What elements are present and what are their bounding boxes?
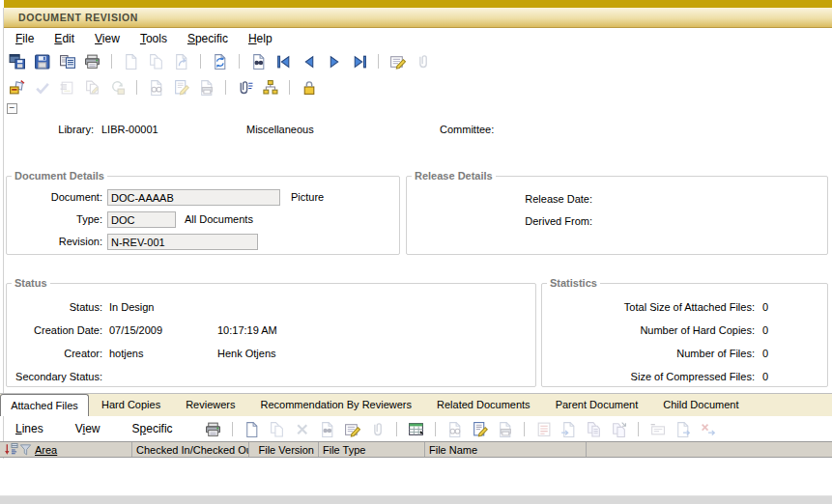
sort-icon[interactable]: [4, 442, 18, 457]
edit-note-icon[interactable]: [389, 53, 406, 70]
first-record-icon[interactable]: [275, 53, 292, 70]
toolbar-separator: [378, 54, 379, 69]
type-description: All Documents: [185, 213, 253, 225]
document-details-legend: Document Details: [12, 170, 107, 182]
menu-edit[interactable]: Edit: [54, 32, 74, 45]
filter-icon[interactable]: [18, 442, 33, 457]
view-document-icon: [148, 79, 164, 96]
main-menu-bar: FileEditViewToolsSpecificHelp: [4, 28, 832, 48]
type-field[interactable]: [107, 211, 176, 228]
tab-related-documents[interactable]: Related Documents: [424, 394, 543, 416]
column-header-checked-in-checked-out[interactable]: Checked In/Checked Out: [132, 442, 249, 457]
menu-file[interactable]: File: [15, 32, 34, 45]
tab-reviewers[interactable]: Reviewers: [173, 394, 247, 416]
creation-date-label: Creation Date:: [7, 324, 102, 336]
secondary-status-label: Secondary Status:: [7, 371, 102, 382]
main-toolbar: [4, 48, 832, 74]
attachment-icon: [369, 421, 386, 437]
express-icon: [59, 79, 75, 96]
find-icon: [319, 421, 335, 437]
print-icon[interactable]: [205, 421, 221, 437]
files-count-label: Number of Files:: [552, 348, 755, 359]
area-sort-link[interactable]: Area: [35, 443, 57, 457]
print-document-icon: [497, 421, 513, 437]
menu-help[interactable]: Help: [248, 32, 273, 45]
release-details-group: Release Details Release Date: Derived Fr…: [406, 176, 828, 255]
document-label: Document:: [14, 191, 102, 203]
window-accent-strip: [4, 0, 832, 8]
status-group: Status Status: In Design Creation Date: …: [6, 283, 536, 387]
toolbar-separator: [638, 422, 639, 436]
lock-icon[interactable]: [301, 79, 317, 96]
toolbar-separator: [524, 422, 525, 436]
export-line-icon: [674, 421, 691, 437]
library-value: LIBR-00001: [101, 124, 158, 135]
attachment-lines-icon[interactable]: [237, 79, 253, 96]
undo-checkout-icon: [109, 79, 126, 96]
tab-parent-document[interactable]: Parent Document: [543, 394, 651, 416]
tab-attached-files[interactable]: Attached Files: [0, 394, 89, 416]
committee-label: Committee:: [440, 124, 494, 135]
menu-specific[interactable]: Specific: [187, 32, 228, 45]
tab-strip: Attached FilesHard CopiesReviewersRecomm…: [0, 393, 832, 416]
compressed-files-size-value: 0: [762, 371, 768, 382]
document-details-group: Document Details Document: Picture Type:…: [6, 176, 400, 255]
refresh-icon[interactable]: [212, 53, 228, 70]
release-details-legend: Release Details: [412, 170, 496, 182]
menu-view[interactable]: View: [95, 32, 120, 45]
hard-copies-count-value: 0: [762, 324, 768, 336]
revision-field[interactable]: [107, 234, 258, 250]
toolbar-separator: [200, 54, 201, 69]
tab-menu-bar: LinesViewSpecific: [4, 416, 832, 441]
creator-value: hotjens: [109, 348, 143, 359]
new-document-icon: [123, 53, 139, 70]
table-row[interactable]: [0, 459, 832, 478]
check-in-out-icon[interactable]: [9, 79, 25, 96]
tab-child-document[interactable]: Child Document: [650, 394, 751, 416]
toolbar-separator: [239, 54, 240, 69]
toolbar-separator: [136, 80, 137, 95]
new-document-icon[interactable]: [244, 421, 260, 437]
menu-view[interactable]: View: [75, 422, 100, 435]
type-label: Type:: [14, 213, 102, 225]
toolbar-separator: [435, 422, 436, 436]
approve-icon: [34, 79, 50, 96]
creation-date-value: 07/15/2009: [109, 324, 162, 336]
document-field[interactable]: [107, 189, 280, 206]
menu-tools[interactable]: Tools: [140, 32, 167, 45]
files-count-value: 0: [762, 348, 768, 359]
column-header-file-version[interactable]: File Version: [249, 442, 319, 457]
column-header-file-type[interactable]: File Type: [319, 442, 425, 457]
last-record-icon[interactable]: [351, 53, 367, 70]
document-revision-window: DOCUMENT REVISION FileEditViewToolsSpeci…: [0, 0, 832, 504]
menu-specific[interactable]: Specific: [132, 422, 173, 435]
toolbar-separator: [289, 80, 290, 95]
save-exit-icon[interactable]: [9, 53, 25, 70]
copy-line-icon: [586, 421, 602, 437]
next-record-icon[interactable]: [326, 53, 342, 70]
edit-note-icon[interactable]: [344, 421, 360, 437]
attached-files-table-header: AreaChecked In/Checked OutFile VersionFi…: [0, 441, 832, 458]
creator-label: Creator:: [7, 348, 102, 359]
hierarchy-tree-icon[interactable]: [262, 79, 278, 96]
print-icon[interactable]: [84, 53, 100, 70]
status-legend: Status: [12, 277, 50, 289]
column-header-file-name[interactable]: File Name: [425, 442, 587, 457]
menu-lines[interactable]: Lines: [15, 422, 43, 435]
collapse-button[interactable]: −: [7, 103, 17, 114]
save-new-icon[interactable]: [59, 53, 75, 70]
find-icon[interactable]: [250, 53, 267, 70]
document-toolbar: [4, 74, 832, 99]
column-header-area[interactable]: Area: [0, 442, 132, 457]
edit-document-icon[interactable]: [472, 421, 488, 437]
grid-view-icon[interactable]: [408, 421, 424, 437]
tab-recommendation-by-reviewers[interactable]: Recommendation By Reviewers: [248, 394, 425, 416]
save-icon[interactable]: [34, 53, 50, 70]
title-bar: DOCUMENT REVISION: [4, 8, 832, 28]
table-row[interactable]: [0, 477, 832, 496]
prev-record-icon[interactable]: [301, 53, 317, 70]
tab-hard-copies[interactable]: Hard Copies: [89, 394, 173, 416]
lines-document-icon: [535, 421, 552, 437]
copy-edit-icon: [84, 79, 100, 96]
toolbar-separator: [232, 422, 233, 436]
